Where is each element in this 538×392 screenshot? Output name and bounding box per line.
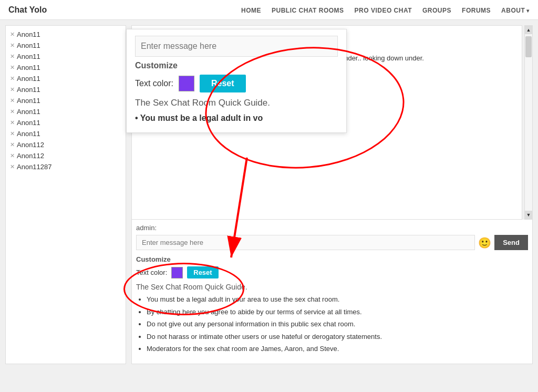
username-label: Anon11	[17, 75, 40, 82]
popup-color-swatch[interactable]	[179, 76, 194, 91]
color-label: Text color:	[136, 269, 167, 276]
quick-guide-title: The Sex Chat Room Quick Guide.	[136, 283, 528, 291]
username-label: Anon11	[17, 86, 40, 94]
message-input[interactable]	[136, 235, 475, 250]
popup-quick-guide-title: The Sex Chat Room Quick Guide.	[135, 98, 338, 108]
scrollbar-up-button[interactable]: ▲	[525, 26, 532, 34]
list-item: ✕ Anon11	[6, 51, 126, 62]
chat-input-row: 🙂 Send	[136, 235, 528, 250]
scrollbar-track	[525, 34, 532, 211]
popup-color-row: Text color: Reset	[135, 75, 338, 92]
chat-input-area: admin: 🙂 Send Customize Text color: Rese…	[131, 220, 533, 364]
remove-user-icon[interactable]: ✕	[10, 119, 15, 126]
nav-forums[interactable]: FORUMS	[462, 6, 491, 14]
remove-user-icon[interactable]: ✕	[10, 31, 15, 38]
username-label: Anon11	[17, 130, 40, 138]
popup-reset-button[interactable]: Reset	[200, 75, 246, 92]
nav-home[interactable]: HOME	[241, 6, 261, 14]
navbar: Chat Yolo HOME PUBLIC CHAT ROOMS PRO VID…	[0, 0, 538, 20]
customize-title: Customize	[136, 255, 528, 263]
username-label: Anon112	[17, 152, 44, 160]
list-item: Do not harass or intimate other users or…	[147, 332, 528, 342]
scrollbar-thumb[interactable]	[525, 36, 532, 57]
popup-overlay: Customize Text color: Reset The Sex Chat…	[126, 29, 347, 133]
remove-user-icon[interactable]: ✕	[10, 75, 15, 82]
remove-user-icon[interactable]: ✕	[10, 141, 15, 148]
nav-pro-video-chat[interactable]: PRO VIDEO CHAT	[355, 6, 412, 14]
popup-message-input[interactable]	[135, 36, 338, 57]
nav-links: HOME PUBLIC CHAT ROOMS PRO VIDEO CHAT GR…	[241, 6, 530, 14]
username-label: Anon11	[17, 30, 40, 38]
remove-user-icon[interactable]: ✕	[10, 108, 15, 115]
list-item: ✕ Anon11	[6, 106, 126, 117]
list-item: Moderators for the sex chat room are Jam…	[147, 344, 528, 354]
list-item: ✕ Anon11287	[6, 161, 126, 172]
username-label: Anon11	[17, 108, 40, 116]
nav-public-chat-rooms[interactable]: PUBLIC CHAT ROOMS	[272, 6, 344, 14]
list-item: By chatting here you agree to abide by o…	[147, 307, 528, 317]
remove-user-icon[interactable]: ✕	[10, 130, 15, 137]
list-item: ✕ Anon11	[6, 62, 126, 73]
nav-about[interactable]: ABOUT	[501, 6, 530, 14]
color-picker-row: Text color: Reset	[136, 266, 528, 278]
remove-user-icon[interactable]: ✕	[10, 97, 15, 104]
list-item: ✕ Anon11	[6, 84, 126, 95]
list-item: ✕ Anon11	[6, 117, 126, 128]
list-item: You must be a legal adult in your area t…	[147, 294, 528, 305]
list-item: ✕ Anon112	[6, 139, 126, 150]
rules-list: You must be a legal adult in your area t…	[136, 294, 528, 354]
username-label: Anon11287	[17, 163, 52, 171]
username-label: Anon11	[17, 42, 40, 49]
send-button[interactable]: Send	[494, 235, 528, 250]
color-swatch[interactable]	[171, 267, 183, 278]
list-item: ✕ Anon112	[6, 150, 126, 161]
remove-user-icon[interactable]: ✕	[10, 42, 15, 49]
username-label: Anon112	[17, 141, 44, 149]
nav-groups[interactable]: GROUPS	[422, 6, 451, 14]
sidebar-user-list: ✕ Anon11 ✕ Anon11 ✕ Anon11 ✕ Anon11 ✕ An…	[5, 25, 126, 364]
username-label: Anon11	[17, 119, 40, 127]
list-item: ✕ Anon11	[6, 95, 126, 106]
brand-logo[interactable]: Chat Yolo	[8, 5, 47, 15]
popup-rule-partial: • You must be a legal adult in vo	[135, 114, 338, 123]
popup-color-label: Text color:	[135, 79, 173, 88]
username-label: Anon11	[17, 97, 40, 105]
chat-scrollbar: ▲ ▼	[524, 25, 533, 220]
remove-user-icon[interactable]: ✕	[10, 152, 15, 159]
list-item: ✕ Anon11	[6, 29, 126, 40]
list-item: ✕ Anon11	[6, 73, 126, 84]
customize-section: Customize Text color: Reset The Sex Chat…	[136, 250, 528, 359]
list-item: ✕ Anon11	[6, 128, 126, 139]
remove-user-icon[interactable]: ✕	[10, 64, 15, 71]
popup-customize-title: Customize	[135, 61, 338, 70]
popup-input-placeholder	[135, 36, 338, 57]
emoji-button[interactable]: 🙂	[478, 236, 491, 249]
remove-user-icon[interactable]: ✕	[10, 53, 15, 60]
remove-user-icon[interactable]: ✕	[10, 86, 15, 93]
sender-name-label: admin:	[136, 224, 528, 232]
scrollbar-down-button[interactable]: ▼	[525, 211, 532, 219]
username-label: Anon11	[17, 53, 40, 60]
list-item: Do not give out any personal information…	[147, 319, 528, 329]
list-item: ✕ Anon11	[6, 40, 126, 51]
remove-user-icon[interactable]: ✕	[10, 163, 15, 170]
reset-color-button[interactable]: Reset	[187, 266, 218, 278]
username-label: Anon11	[17, 64, 40, 71]
